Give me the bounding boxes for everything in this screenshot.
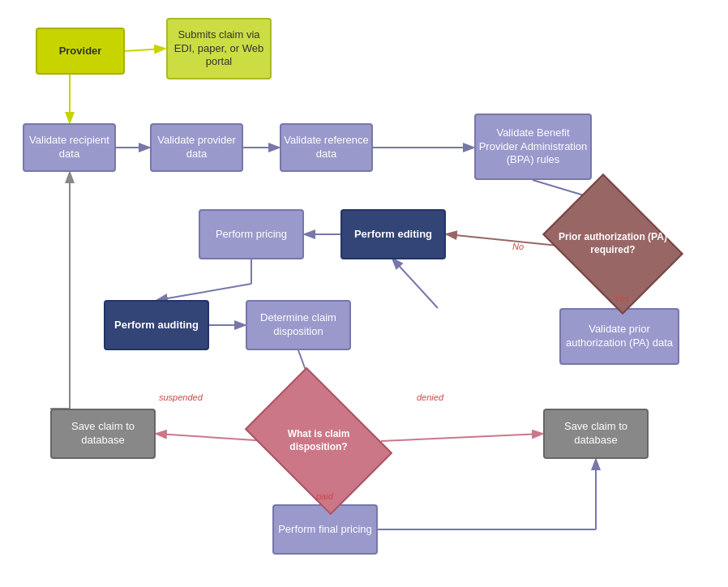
claim-disposition-label: What is claim disposition? [258,397,379,485]
perform-editing-node: Perform editing [340,209,446,259]
perform-auditing-label: Perform auditing [114,319,199,332]
claim-disposition-diamond: What is claim disposition? [258,397,379,485]
svg-line-10 [158,284,251,300]
provider-label: Provider [59,45,102,58]
submits-label: Submits claim via EDI, paper, or Web por… [168,28,270,70]
save-suspended-node: Save claim to database [50,409,156,459]
suspended-label: suspended [159,392,203,402]
paid-label: paid [316,491,333,501]
validate-provider-node: Validate provider data [150,123,243,172]
validate-pa-node: Validate prior authorization (PA) data [559,308,679,365]
perform-final-pricing-node: Perform final pricing [272,504,378,555]
validate-recipient-label: Validate recipient data [24,134,114,161]
perform-editing-label: Perform editing [354,228,432,242]
perform-final-label: Perform final pricing [278,523,372,537]
perform-pricing-node: Perform pricing [199,209,304,259]
validate-reference-node: Validate reference data [280,123,373,172]
denied-label: denied [417,392,443,402]
flowchart-diagram: Provider Submits claim via EDI, paper, o… [0,0,728,587]
provider-node: Provider [36,28,125,75]
prior-auth-label: Prior authorization (PA) required? [556,201,670,287]
save-denied-label: Save claim to database [545,420,647,448]
svg-line-0 [125,49,164,51]
validate-bpa-node: Validate Benefit Provider Administration… [474,114,592,180]
determine-claim-node: Determine claim disposition [246,300,351,350]
no-label: No [512,242,524,251]
determine-claim-label: Determine claim disposition [247,311,349,339]
validate-reference-label: Validate reference data [281,134,371,161]
save-denied-node: Save claim to database [543,409,649,459]
submits-claim-node: Submits claim via EDI, paper, or Web por… [166,18,272,79]
perform-auditing-node: Perform auditing [104,300,209,350]
perform-pricing-label: Perform pricing [216,228,287,242]
validate-bpa-label: Validate Benefit Provider Administration… [476,126,590,168]
yes-label: Yes [615,294,629,303]
validate-pa-label: Validate prior authorization (PA) data [561,323,678,350]
svg-line-12 [393,259,438,308]
svg-line-15 [381,434,542,441]
validate-recipient-node: Validate recipient data [23,123,116,172]
prior-auth-diamond: Prior authorization (PA) required? [556,201,670,287]
save-suspended-label: Save claim to database [52,420,154,448]
validate-provider-label: Validate provider data [152,134,242,161]
